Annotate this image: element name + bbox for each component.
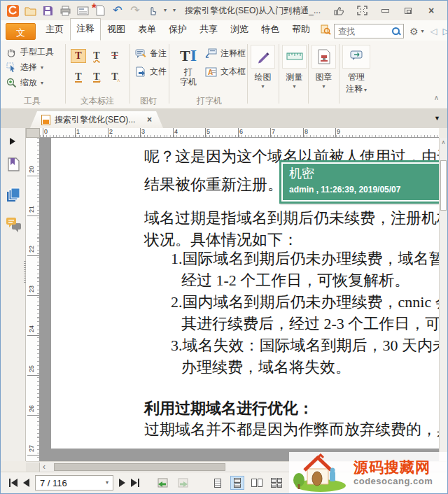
continuous-facing-view-button[interactable] — [270, 476, 284, 490]
replace-text-button[interactable]: T^ — [107, 70, 122, 84]
stamp-inner-frame: 机密 admin , 11:26:39, 2019/05/07 — [281, 162, 439, 202]
document-properties-icon[interactable] — [76, 4, 89, 17]
select-tool-button[interactable]: 选择 ▾ — [6, 62, 43, 73]
drawing-button[interactable]: 绘图 ▾ — [248, 45, 277, 90]
tab-home[interactable]: 主页 — [39, 19, 70, 41]
horizontal-scrollbar-thumb[interactable] — [54, 463, 225, 471]
page-number-field[interactable]: 7 / 116 ▾ — [35, 475, 113, 491]
stamp-button[interactable]: 图章 ▾ — [309, 45, 338, 90]
previous-view-button[interactable] — [155, 476, 170, 490]
group-label-pin: 图钉 — [130, 95, 167, 107]
gear-icon[interactable]: ⚙ — [410, 27, 419, 36]
document-tab[interactable]: 搜索引擎优化(SEO)... × — [30, 111, 163, 128]
expand-panel-button[interactable] — [10, 138, 25, 155]
tab-list-menu-icon[interactable]: ▼ — [434, 115, 440, 122]
pdf-page: 呢？这是因为这个域名以前被人使用过，由于 结果被你重新注册。 域名过期是指域名到… — [51, 138, 439, 449]
comments-panel-button[interactable] — [6, 216, 21, 233]
textbox-label: 文本框 — [220, 66, 246, 78]
customize-quick-toolbar-icon[interactable]: ▾ — [173, 8, 176, 13]
save-icon[interactable] — [41, 4, 54, 17]
restore-button[interactable] — [399, 4, 417, 17]
zoom-tool-button[interactable]: 缩放 ▾ — [6, 77, 43, 89]
print-icon[interactable] — [59, 4, 71, 17]
collapse-ribbon-icon[interactable]: ∧ — [434, 94, 439, 101]
next-view-button[interactable] — [176, 476, 191, 490]
tab-special[interactable]: 特色 — [255, 19, 286, 41]
file-attach-button[interactable]: 文件 — [135, 66, 167, 78]
horizontal-ruler: 0 1 2 3 4 5 6 7 8 9 — [40, 128, 439, 138]
undo-icon[interactable]: ↶ — [111, 4, 124, 17]
document-tab-close-icon[interactable]: × — [147, 115, 152, 125]
tab-form[interactable]: 表单 — [132, 19, 162, 41]
tab-browse[interactable]: 浏览 — [224, 19, 255, 41]
textbox-button[interactable]: A 文本框 — [205, 66, 246, 78]
pages-panel-button[interactable] — [6, 187, 21, 204]
underline-button[interactable]: T — [71, 70, 86, 84]
find-doc-icon[interactable] — [321, 24, 331, 38]
open-folder-icon[interactable] — [24, 4, 36, 17]
vertical-scrollbar[interactable]: ∧ — [439, 138, 447, 461]
insert-text-button[interactable]: T^ — [89, 70, 104, 84]
hand-tool-button[interactable]: 手型工具 — [6, 46, 54, 58]
scroll-left-icon[interactable]: ‹ — [43, 462, 46, 472]
previous-page-button[interactable] — [23, 479, 29, 487]
fullscreen-icon[interactable] — [353, 4, 371, 17]
note-button[interactable]: 备注 — [135, 48, 167, 59]
strikeout-button[interactable]: T — [107, 49, 122, 63]
comments-icon — [6, 216, 22, 234]
ribbon: 手型工具 选择 ▾ 缩放 ▾ 工具 T T T T T^ T^ 文本标注 备注 … — [1, 41, 447, 109]
last-page-button[interactable] — [131, 479, 139, 487]
ruler-mark: 23 — [28, 284, 35, 294]
file-menu-button[interactable]: 文件 — [6, 23, 36, 40]
foxit-logo-icon[interactable] — [6, 4, 19, 17]
ruler-mark: 25 — [28, 364, 35, 374]
next-page-button[interactable] — [119, 479, 125, 487]
zoom-caret-icon: ▾ — [41, 80, 43, 86]
doc-text-line: 2.国内域名到期后仍未办理续费，cnnic 会 — [171, 292, 439, 312]
manage-comments-button[interactable]: 管理 注释▾ — [340, 45, 372, 95]
tab-help[interactable]: 帮助 — [286, 19, 316, 41]
scroll-up-icon[interactable]: ∧ — [440, 139, 447, 146]
doc-heading-line: 利用过期域名进行优化： — [144, 398, 314, 418]
ruler-icon — [282, 45, 307, 69]
confidential-stamp-annotation[interactable]: 机密 admin , 11:26:39, 2019/05/07 — [279, 160, 439, 204]
expand-triangle-icon — [10, 138, 15, 145]
search-icon[interactable] — [391, 27, 401, 36]
minimize-button[interactable] — [376, 4, 394, 17]
facing-view-button[interactable] — [250, 476, 264, 490]
find-next-icon[interactable]: ▷ — [443, 27, 448, 36]
tab-comment[interactable]: 注释 — [70, 18, 101, 41]
squiggly-underline-button[interactable]: T — [89, 49, 104, 63]
first-page-button[interactable] — [9, 479, 18, 487]
new-document-icon[interactable]: * — [94, 4, 106, 17]
measure-button[interactable]: 测量 ▾ — [280, 45, 309, 90]
window-title: 搜索引擎优化(SEO)从入门到精通_... — [185, 5, 325, 17]
tab-protect[interactable]: 保护 — [162, 19, 193, 41]
document-viewport[interactable]: 呢？这是因为这个域名以前被人使用过，由于 结果被你重新注册。 域名过期是指域名到… — [40, 138, 439, 461]
bookmarks-panel-button[interactable] — [6, 156, 21, 173]
share-thumb-icon[interactable] — [330, 4, 348, 17]
single-page-view-button[interactable] — [211, 476, 225, 490]
typewriter-button[interactable]: TI 打 字机 — [174, 46, 202, 87]
ruler-mark: 2 — [109, 128, 113, 135]
tab-view[interactable]: 视图 — [101, 19, 132, 41]
strikeout-t-icon: T — [111, 50, 118, 62]
doc-text-line: 1.国际域名到期后仍未办理续费，域名暂停 — [171, 248, 439, 269]
page-field-caret-icon[interactable]: ▾ — [106, 480, 108, 486]
close-button[interactable]: × — [422, 4, 440, 17]
hand-pointer-caret-icon[interactable]: ▾ — [164, 8, 167, 13]
page-thumbnails-icon — [6, 187, 21, 204]
highlight-text-button[interactable]: T — [71, 49, 86, 63]
pdf-file-icon — [41, 115, 50, 125]
find-options-caret-icon[interactable]: ▾ — [421, 29, 424, 34]
callout-button[interactable]: 注释框 — [205, 48, 246, 59]
tab-share[interactable]: 共享 — [193, 19, 224, 41]
vertical-scrollbar-thumb[interactable] — [440, 160, 447, 211]
hand-pointer-tool-icon[interactable] — [146, 4, 159, 17]
note-icon — [135, 49, 146, 59]
ruler-mark: 6 — [239, 128, 243, 135]
doc-text-line: 3.域名失效：国际域名到期后，30 天内未 — [171, 335, 439, 355]
continuous-view-button[interactable] — [230, 476, 244, 490]
find-previous-icon[interactable]: ◁ — [430, 27, 438, 36]
redo-icon[interactable]: ↷ — [129, 4, 141, 17]
